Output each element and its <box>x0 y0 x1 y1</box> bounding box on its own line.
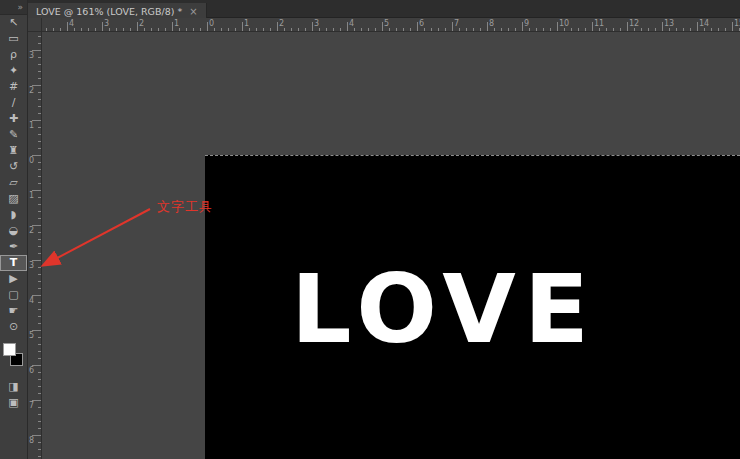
ruler-tick <box>676 28 677 31</box>
ruler-tick <box>38 71 41 72</box>
clone-stamp-tool[interactable]: ♜ <box>0 143 27 159</box>
ruler-tick <box>151 28 152 31</box>
ruler-corner[interactable] <box>28 18 42 32</box>
gradient-tool[interactable]: ▨ <box>0 191 27 207</box>
ruler-tick <box>718 28 719 31</box>
horizontal-type-tool[interactable]: T <box>0 255 27 271</box>
tools-panel-collapse-button[interactable]: » <box>0 0 27 15</box>
ruler-tick <box>38 64 41 65</box>
ruler-label: 2 <box>29 226 34 235</box>
ruler-tick <box>536 28 537 31</box>
ruler-label: 13 <box>664 19 674 28</box>
ruler-label: 7 <box>454 19 459 28</box>
ruler-tick <box>109 28 110 31</box>
rectangle-tool[interactable]: ▢ <box>0 287 27 303</box>
ruler-label: 2 <box>139 19 144 28</box>
ruler-tick <box>60 28 61 31</box>
dodge-tool[interactable]: ◒ <box>0 223 27 239</box>
ruler-tick <box>38 92 41 93</box>
ruler-tick <box>38 99 41 100</box>
ruler-tick <box>683 28 684 31</box>
hand-tool[interactable]: ☛ <box>0 303 27 319</box>
pen-tool[interactable]: ✒ <box>0 239 27 255</box>
ruler-tick <box>38 393 41 394</box>
ruler-tick <box>382 22 383 31</box>
brush-tool[interactable]: ✎ <box>0 127 27 143</box>
ruler-label: 3 <box>29 261 34 270</box>
ruler-tick <box>473 28 474 31</box>
eraser-tool[interactable]: ▱ <box>0 175 27 191</box>
screen-mode-button[interactable]: ▣ <box>0 395 27 411</box>
ruler-label: 2 <box>279 19 284 28</box>
ruler-label: 15 <box>734 19 740 28</box>
ruler-tick <box>38 386 41 387</box>
ruler-tick <box>480 28 481 31</box>
ruler-tick <box>697 22 698 31</box>
path-selection-tool[interactable]: ▶ <box>0 271 27 287</box>
ruler-tick <box>88 28 89 31</box>
ruler-label: 8 <box>489 19 494 28</box>
ruler-tick <box>158 28 159 31</box>
ruler-tick <box>38 428 41 429</box>
tools-list: ↖▭ρ✦#∕✚✎♜↺▱▨◗◒✒T▶▢☛⊙ <box>0 15 27 335</box>
foreground-color-swatch[interactable] <box>3 343 16 356</box>
rectangular-marquee-tool[interactable]: ▭ <box>0 31 27 47</box>
ruler-tick <box>38 372 41 373</box>
ruler-tick <box>662 22 663 31</box>
ruler-tick <box>375 28 376 31</box>
ruler-label: 8 <box>29 436 34 445</box>
ruler-label: 9 <box>524 19 529 28</box>
ruler-tick <box>487 22 488 31</box>
ruler-tick <box>38 323 41 324</box>
lasso-tool[interactable]: ρ <box>0 47 27 63</box>
ruler-tick <box>38 43 41 44</box>
tools-bottom-list: ◨▣ <box>0 379 27 411</box>
ruler-tick <box>711 28 712 31</box>
ruler-label: 10 <box>559 19 569 28</box>
ruler-tick <box>417 22 418 31</box>
ruler-tick <box>38 57 41 58</box>
ruler-tick <box>634 28 635 31</box>
quick-mask-button[interactable]: ◨ <box>0 379 27 395</box>
zoom-tool[interactable]: ⊙ <box>0 319 27 335</box>
ruler-tick <box>38 246 41 247</box>
ruler-tick <box>38 183 41 184</box>
ruler-tick <box>38 442 41 443</box>
ruler-tick <box>368 28 369 31</box>
ruler-tick <box>38 78 41 79</box>
history-brush-tool[interactable]: ↺ <box>0 159 27 175</box>
ruler-tick <box>655 28 656 31</box>
vertical-ruler[interactable]: 321012345678 <box>28 32 42 459</box>
ruler-label: 3 <box>314 19 319 28</box>
eyedropper-tool[interactable]: ∕ <box>0 95 27 111</box>
ruler-tick <box>172 22 173 31</box>
blur-tool[interactable]: ◗ <box>0 207 27 223</box>
ruler-tick <box>116 28 117 31</box>
ruler-tick <box>298 28 299 31</box>
pasteboard[interactable]: LOVE <box>42 32 740 459</box>
ruler-tick <box>515 28 516 31</box>
ruler-tick <box>627 22 628 31</box>
ruler-tick <box>242 22 243 31</box>
ruler-tick <box>326 28 327 31</box>
ruler-tick <box>38 204 41 205</box>
ruler-tick <box>137 22 138 31</box>
horizontal-ruler[interactable]: 43210123456789101112131415 <box>42 18 740 32</box>
tab-close-icon[interactable]: × <box>189 6 197 17</box>
spot-healing-brush-tool[interactable]: ✚ <box>0 111 27 127</box>
color-swatches <box>0 341 27 369</box>
move-tool[interactable]: ↖ <box>0 15 27 31</box>
ruler-tick <box>641 28 642 31</box>
ruler-tick <box>53 28 54 31</box>
ruler-tick <box>263 28 264 31</box>
ruler-tick <box>123 28 124 31</box>
crop-tool[interactable]: # <box>0 79 27 95</box>
ruler-tick <box>312 22 313 31</box>
ruler-tick <box>438 28 439 31</box>
ruler-tick <box>564 28 565 31</box>
document-tab-title: LOVE @ 161% (LOVE, RGB/8) * <box>36 6 182 17</box>
ruler-tick <box>571 28 572 31</box>
document-canvas[interactable]: LOVE <box>205 155 740 459</box>
quick-selection-tool[interactable]: ✦ <box>0 63 27 79</box>
ruler-tick <box>81 28 82 31</box>
